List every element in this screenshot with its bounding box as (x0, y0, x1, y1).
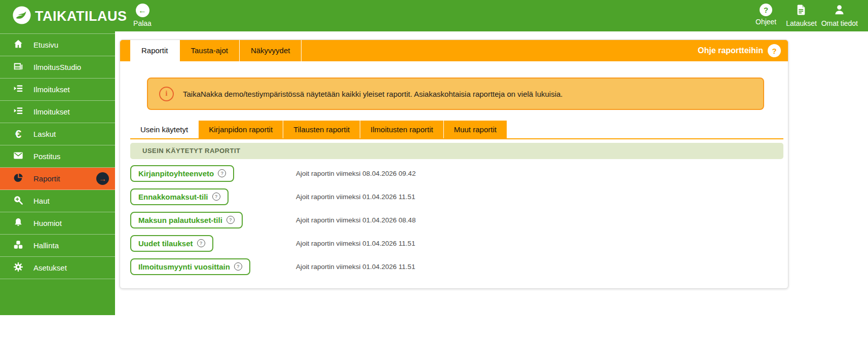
sidebar-item-label: Asetukset (33, 263, 67, 272)
gear-icon (13, 261, 24, 274)
cubes-icon (13, 239, 24, 252)
sidebar-item-label: Laskut (33, 130, 56, 138)
sidebar-item-label: Hallinta (33, 241, 59, 250)
subtab-kirjanpidon-raportit[interactable]: Kirjanpidon raportit (199, 121, 283, 138)
report-last-run: Ajoit raportin viimeksi 08.04.2026 09.42 (296, 170, 416, 177)
info-circle-icon: i (159, 87, 174, 101)
report-help-link[interactable]: Ohje raportteihin ? (698, 40, 781, 61)
report-button-uudet-tilaukset[interactable]: Uudet tilaukset ? (130, 235, 213, 252)
list-indent-icon (13, 83, 24, 96)
report-button-kirjanpitoyhteenveto[interactable]: Kirjanpitoyhteenveto ? (130, 165, 234, 182)
report-last-run: Ajoit raportin viimeksi 01.04.2026 11.51 (296, 240, 415, 247)
report-last-run: Ajoit raportin viimeksi 01.04.2026 11.51 (296, 263, 415, 271)
pie-chart-icon (13, 172, 24, 185)
demo-notice-banner: i TaikaNakka demo/testiympäristössä näyt… (147, 78, 764, 110)
envelope-icon (13, 150, 24, 163)
sidebar-item-etusivu[interactable]: Etusivu (0, 34, 115, 56)
section-title: USEIN KÄYTETYT RAPORTIT (130, 143, 783, 159)
sidebar: Etusivu IlmoitusStudio Ilmoitukset Ilmoi… (0, 31, 115, 315)
report-button-label: Kirjanpitoyhteenveto (138, 169, 214, 178)
report-row: Ennakkomaksut-tili ? Ajoit raportin viim… (130, 185, 783, 208)
euro-icon: € (13, 129, 24, 140)
report-category-tabs: Usein käytetyt Kirjanpidon raportit Tila… (130, 121, 783, 139)
sidebar-item-label: IlmoitusStudio (33, 63, 81, 71)
arrow-right-circle-icon[interactable]: → (96, 172, 109, 185)
question-circle-icon: ? (197, 239, 205, 247)
report-button-label: Maksun palautukset-tili (138, 216, 222, 224)
tab-tausta-ajot[interactable]: Tausta-ajot (180, 40, 240, 61)
my-info-button[interactable]: Omat tiedot (821, 4, 858, 27)
question-circle-icon: ? (212, 193, 220, 201)
question-circle-icon: ? (234, 262, 242, 271)
reports-panel: Raportit Tausta-ajot Näkyvyydet Ohje rap… (120, 40, 788, 289)
demo-notice-text: TaikaNakka demo/testiympäristössä näytet… (183, 90, 563, 98)
report-button-ilmoitusmyynti-vuosittain[interactable]: Ilmoitusmyynti vuosittain ? (130, 258, 250, 275)
header-actions: ? Ohjeet Lataukset Omat tiedot (750, 4, 858, 27)
sidebar-item-hallinta[interactable]: Hallinta (0, 235, 115, 257)
document-icon (795, 4, 808, 18)
sidebar-item-huomiot[interactable]: Huomiot (0, 212, 115, 235)
report-list: Kirjanpitoyhteenveto ? Ajoit raportin vi… (130, 162, 783, 278)
question-circle-icon: ? (760, 4, 772, 16)
sidebar-item-label: Ilmoitukset (33, 107, 70, 116)
sidebar-item-label: Postitus (33, 152, 60, 161)
person-icon (833, 4, 846, 18)
report-button-maksun-palautukset-tili[interactable]: Maksun palautukset-tili ? (130, 212, 243, 228)
report-row: Maksun palautukset-tili ? Ajoit raportin… (130, 208, 783, 232)
sidebar-item-ilmoitusstudio[interactable]: IlmoitusStudio (0, 56, 115, 79)
report-button-label: Ennakkomaksut-tili (138, 193, 208, 201)
search-plus-icon (13, 195, 24, 207)
sidebar-item-label: Huomiot (33, 219, 62, 227)
report-last-run: Ajoit raportin viimeksi 01.04.2026 08.48 (296, 216, 416, 224)
sidebar-item-raportit[interactable]: Raportit → (0, 168, 115, 190)
report-last-run: Ajoit raportin viimeksi 01.04.2026 11.51 (296, 193, 415, 201)
tab-nakyvyydet[interactable]: Näkyvyydet (240, 40, 302, 61)
app-logo[interactable]: TAIKATILAUS (12, 6, 127, 27)
app-title: TAIKATILAUS (35, 9, 127, 24)
sidebar-item-label: Etusivu (33, 41, 58, 49)
sidebar-item-laskut[interactable]: € Laskut (0, 123, 115, 145)
home-icon (13, 39, 24, 51)
tab-raportit[interactable]: Raportit (130, 40, 180, 61)
sidebar-nav: Etusivu IlmoitusStudio Ilmoitukset Ilmoi… (0, 33, 115, 279)
back-button-label: Palaa (133, 19, 152, 27)
logo-leaf-icon (12, 6, 31, 27)
sidebar-item-haut[interactable]: Haut (0, 190, 115, 212)
back-arrow-icon: ← (136, 4, 149, 17)
newspaper-icon (13, 61, 24, 73)
subtab-ilmoitusten-raportit[interactable]: Ilmoitusten raportit (360, 121, 443, 138)
subtab-muut-raportit[interactable]: Muut raportit (444, 121, 507, 138)
bell-icon (13, 217, 24, 230)
sidebar-item-label: Raportit (33, 174, 60, 183)
question-circle-icon: ? (218, 169, 226, 177)
main-tab-bar: Raportit Tausta-ajot Näkyvyydet Ohje rap… (120, 40, 788, 61)
sidebar-item-postitus[interactable]: Postitus (0, 145, 115, 168)
help-button[interactable]: ? Ohjeet (750, 4, 782, 27)
back-button[interactable]: ← Palaa (125, 4, 160, 27)
sidebar-item-ilmoitukset-1[interactable]: Ilmoitukset (0, 79, 115, 101)
report-button-ennakkomaksut-tili[interactable]: Ennakkomaksut-tili ? (130, 188, 229, 205)
sidebar-item-label: Haut (33, 197, 50, 205)
question-circle-icon: ? (768, 44, 781, 57)
report-row: Kirjanpitoyhteenveto ? Ajoit raportin vi… (130, 162, 783, 185)
list-indent-icon (13, 105, 24, 118)
report-row: Uudet tilaukset ? Ajoit raportin viimeks… (130, 232, 783, 255)
app-header: TAIKATILAUS ← Palaa ? Ohjeet Lataukset O… (0, 0, 868, 31)
subtab-usein-kaytetyt[interactable]: Usein käytetyt (130, 121, 199, 138)
question-circle-icon: ? (227, 216, 235, 224)
report-button-label: Ilmoitusmyynti vuosittain (138, 262, 230, 271)
report-row: Ilmoitusmyynti vuosittain ? Ajoit raport… (130, 255, 783, 278)
sidebar-item-label: Ilmoitukset (33, 85, 70, 94)
help-button-label: Ohjeet (756, 18, 776, 26)
sidebar-item-asetukset[interactable]: Asetukset (0, 257, 115, 279)
downloads-button[interactable]: Lataukset (786, 4, 817, 27)
downloads-button-label: Lataukset (786, 19, 817, 27)
report-help-link-label: Ohje raportteihin (698, 46, 763, 55)
report-button-label: Uudet tilaukset (138, 239, 193, 248)
sidebar-item-ilmoitukset-2[interactable]: Ilmoitukset (0, 101, 115, 123)
subtab-tilausten-raportit[interactable]: Tilausten raportit (283, 121, 360, 138)
my-info-button-label: Omat tiedot (821, 19, 858, 27)
